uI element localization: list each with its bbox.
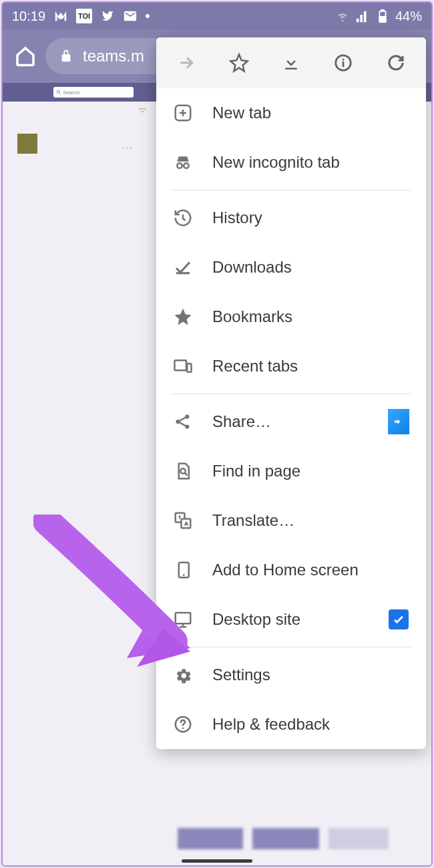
menu-new-incognito[interactable]: New incognito tab	[156, 138, 426, 187]
gear-icon	[172, 664, 194, 686]
menu-divider	[171, 190, 411, 190]
share-icon	[172, 411, 194, 432]
menu-top-row	[156, 37, 426, 88]
star-filled-icon	[172, 306, 194, 327]
svg-rect-8	[175, 360, 187, 370]
incognito-icon	[172, 152, 194, 173]
twitter-icon	[100, 9, 115, 23]
menu-label: Settings	[212, 666, 410, 684]
history-icon	[172, 207, 194, 229]
toi-icon: TOI	[76, 9, 92, 23]
bottom-blur-chips	[178, 828, 389, 849]
more-icon[interactable]: ···	[122, 142, 134, 152]
menu-label: History	[212, 208, 410, 227]
desktop-site-checkbox[interactable]	[387, 608, 410, 631]
menu-divider	[171, 394, 411, 394]
battery-percent: 44%	[395, 9, 422, 24]
status-bar: 10:19 TOI 44%	[3, 3, 431, 29]
menu-label: Bookmarks	[212, 307, 410, 326]
status-time: 10:19	[12, 9, 45, 24]
plus-square-icon	[172, 102, 194, 124]
svg-point-19	[182, 727, 184, 729]
svg-rect-9	[187, 364, 191, 372]
avatar-blur	[17, 134, 37, 154]
wifi-icon	[335, 9, 350, 23]
menu-label: New tab	[212, 104, 410, 122]
reload-button[interactable]	[376, 43, 416, 83]
menu-history[interactable]: History	[156, 193, 426, 243]
checkmark-arrow-icon	[172, 257, 194, 278]
download-button[interactable]	[271, 43, 311, 83]
menu-downloads[interactable]: Downloads	[156, 243, 426, 292]
gmail-icon	[123, 9, 138, 23]
forward-button[interactable]	[166, 43, 206, 83]
phone-icon	[172, 559, 194, 581]
menu-label: Help & feedback	[212, 715, 410, 734]
menu-label: Translate…	[212, 511, 410, 530]
menu-label: Downloads	[212, 258, 410, 277]
share-target-icon	[387, 410, 410, 433]
m-icon	[53, 9, 68, 23]
menu-share[interactable]: Share…	[156, 397, 426, 446]
notification-dot	[146, 14, 150, 18]
svg-point-6	[177, 163, 182, 168]
signal-icon	[355, 9, 370, 23]
menu-label: New incognito tab	[212, 153, 410, 172]
menu-label: Add to Home screen	[212, 561, 410, 579]
bookmark-star-button[interactable]	[219, 43, 259, 83]
menu-help[interactable]: Help & feedback	[156, 700, 426, 749]
menu-new-tab[interactable]: New tab	[156, 88, 426, 138]
menu-recent-tabs[interactable]: Recent tabs	[156, 341, 426, 391]
devices-icon	[172, 355, 194, 377]
find-in-page-icon	[172, 460, 194, 482]
menu-add-home[interactable]: Add to Home screen	[156, 545, 426, 595]
menu-label: Find in page	[212, 462, 410, 480]
filter-icon[interactable]	[138, 107, 147, 118]
menu-divider	[171, 647, 411, 647]
menu-label: Desktop site	[212, 610, 369, 629]
home-icon[interactable]	[13, 44, 37, 68]
menu-label: Recent tabs	[212, 357, 410, 376]
help-icon	[172, 714, 194, 735]
monitor-icon	[172, 609, 194, 630]
home-indicator	[182, 859, 252, 863]
svg-rect-17	[176, 613, 191, 623]
translate-icon	[172, 510, 194, 531]
menu-settings[interactable]: Settings	[156, 650, 426, 700]
svg-point-7	[184, 163, 189, 168]
svg-point-3	[57, 90, 59, 93]
teams-search[interactable]: Search	[53, 87, 134, 98]
battery-icon	[375, 9, 390, 23]
info-button[interactable]	[323, 43, 363, 83]
menu-label: Share…	[212, 412, 369, 431]
overflow-menu: New tab New incognito tab History Downlo…	[156, 37, 426, 749]
menu-bookmarks[interactable]: Bookmarks	[156, 292, 426, 341]
svg-rect-2	[381, 10, 384, 11]
teams-search-placeholder: Search	[63, 90, 79, 96]
menu-desktop-site[interactable]: Desktop site	[156, 595, 426, 644]
svg-rect-1	[379, 17, 385, 22]
url-text: teams.m	[83, 47, 144, 65]
menu-translate[interactable]: Translate…	[156, 496, 426, 545]
lock-icon	[59, 49, 73, 63]
menu-find-in-page[interactable]: Find in page	[156, 446, 426, 496]
